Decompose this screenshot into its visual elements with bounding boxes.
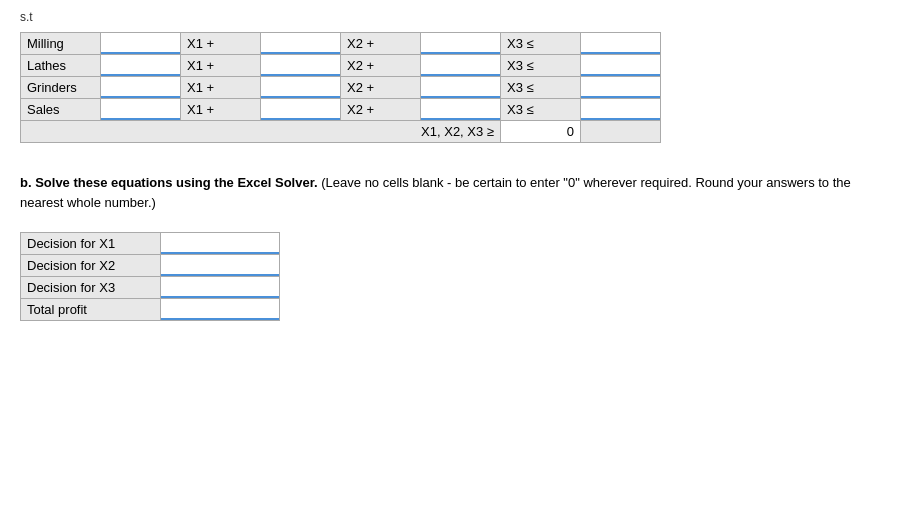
var2-input[interactable] (261, 33, 340, 54)
var2-input[interactable] (261, 55, 340, 76)
decision-input-cell[interactable] (160, 299, 279, 321)
rhs-input[interactable] (581, 33, 660, 54)
input-cell-2[interactable] (261, 99, 341, 121)
decision-input-cell[interactable] (160, 233, 279, 255)
row-label: Grinders (21, 77, 101, 99)
row-label: Milling (21, 33, 101, 55)
input-cell-2[interactable] (261, 77, 341, 99)
nn-label: X1, X2, X3 ≥ (21, 121, 501, 143)
constraint-row: SalesX1 +X2 +X3 ≤ (21, 99, 661, 121)
decision-value-input[interactable] (161, 255, 279, 276)
var1-input[interactable] (101, 33, 180, 54)
input-cell-3[interactable] (421, 99, 501, 121)
input-cell-1[interactable] (101, 33, 181, 55)
var1-input[interactable] (101, 55, 180, 76)
var2-input[interactable] (261, 77, 340, 98)
input-cell-1[interactable] (101, 55, 181, 77)
decision-value-input[interactable] (161, 277, 279, 298)
decision-row: Decision for X3 (21, 277, 280, 299)
decision-label: Decision for X2 (21, 255, 161, 277)
var2-label: X2 + (341, 55, 421, 77)
rhs-input-cell[interactable] (581, 33, 661, 55)
var1-label: X1 + (181, 99, 261, 121)
var1-input[interactable] (101, 77, 180, 98)
rhs-input-cell[interactable] (581, 55, 661, 77)
input-cell-1[interactable] (101, 77, 181, 99)
decision-value-input[interactable] (161, 299, 279, 320)
input-cell-3[interactable] (421, 33, 501, 55)
rhs-input[interactable] (581, 77, 660, 98)
var3-input[interactable] (421, 77, 500, 98)
decision-input-cell[interactable] (160, 255, 279, 277)
input-cell-2[interactable] (261, 33, 341, 55)
rhs-input[interactable] (581, 99, 660, 120)
decision-row: Decision for X2 (21, 255, 280, 277)
input-cell-3[interactable] (421, 77, 501, 99)
row-label: Sales (21, 99, 101, 121)
instructions-bold: b. Solve these equations using the Excel… (20, 175, 318, 190)
var1-label: X1 + (181, 77, 261, 99)
st-label: s.t (20, 10, 887, 24)
var3-input[interactable] (421, 33, 500, 54)
constraint-row: LathesX1 +X2 +X3 ≤ (21, 55, 661, 77)
decision-value-input[interactable] (161, 233, 279, 254)
constraint-row: GrindersX1 +X2 +X3 ≤ (21, 77, 661, 99)
var2-label: X2 + (341, 77, 421, 99)
instructions: b. Solve these equations using the Excel… (20, 173, 887, 212)
operator-cell: X3 ≤ (501, 77, 581, 99)
decision-label: Decision for X3 (21, 277, 161, 299)
var1-label: X1 + (181, 55, 261, 77)
decision-row: Decision for X1 (21, 233, 280, 255)
input-cell-1[interactable] (101, 99, 181, 121)
row-label: Lathes (21, 55, 101, 77)
rhs-input[interactable] (581, 55, 660, 76)
constraint-table: MillingX1 +X2 +X3 ≤LathesX1 +X2 +X3 ≤Gri… (20, 32, 661, 143)
non-negativity-row: X1, X2, X3 ≥0 (21, 121, 661, 143)
var3-input[interactable] (421, 55, 500, 76)
operator-cell: X3 ≤ (501, 99, 581, 121)
decision-label: Total profit (21, 299, 161, 321)
constraint-row: MillingX1 +X2 +X3 ≤ (21, 33, 661, 55)
rhs-input-cell[interactable] (581, 77, 661, 99)
rhs-input-cell[interactable] (581, 99, 661, 121)
var2-label: X2 + (341, 33, 421, 55)
input-cell-2[interactable] (261, 55, 341, 77)
var2-label: X2 + (341, 99, 421, 121)
decision-input-cell[interactable] (160, 277, 279, 299)
decision-row: Total profit (21, 299, 280, 321)
decision-label: Decision for X1 (21, 233, 161, 255)
operator-cell: X3 ≤ (501, 33, 581, 55)
decision-table: Decision for X1Decision for X2Decision f… (20, 232, 280, 321)
var2-input[interactable] (261, 99, 340, 120)
operator-cell: X3 ≤ (501, 55, 581, 77)
var1-input[interactable] (101, 99, 180, 120)
nn-value: 0 (501, 121, 581, 143)
var3-input[interactable] (421, 99, 500, 120)
var1-label: X1 + (181, 33, 261, 55)
input-cell-3[interactable] (421, 55, 501, 77)
